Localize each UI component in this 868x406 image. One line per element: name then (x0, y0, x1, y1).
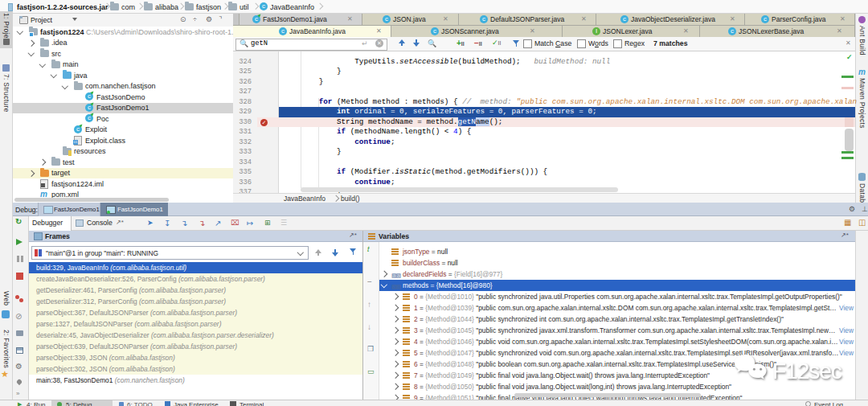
svg-text:F12sec: F12sec (772, 359, 842, 383)
